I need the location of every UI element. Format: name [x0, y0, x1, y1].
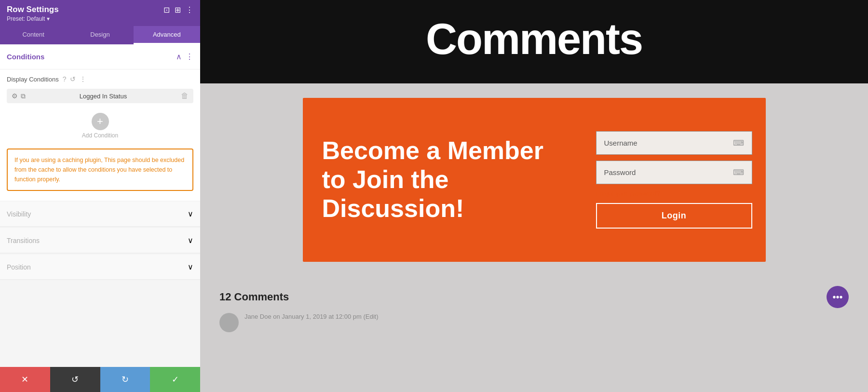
panel-header-icons: ⊡ ⊞ ⋮ [163, 5, 193, 14]
transitions-header[interactable]: Transitions ∨ [0, 228, 200, 253]
condition-settings-icon[interactable]: ⚙ [12, 92, 18, 100]
comments-title: Comments [200, 14, 868, 64]
condition-delete-icon[interactable]: 🗑 [181, 92, 189, 100]
comments-header: Comments [200, 0, 868, 83]
redo-button[interactable]: ↻ [100, 367, 150, 392]
username-field[interactable]: Username ⌨ [596, 131, 752, 155]
comment-edit-link[interactable]: (Edit) [363, 313, 378, 320]
login-button[interactable]: Login [596, 203, 752, 229]
conditions-section-header[interactable]: Conditions ∧ ⋮ [0, 44, 200, 69]
caching-warning-text: If you are using a caching plugin, This … [14, 155, 186, 184]
panel-content: Conditions ∧ ⋮ Display Conditions ? ↺ ⋮ [0, 44, 200, 392]
comment-meta: Jane Doe on January 1, 2019 at 12:00 pm … [244, 313, 379, 320]
save-icon: ✓ [172, 374, 179, 385]
add-condition-button[interactable]: + Add Condition [7, 109, 193, 143]
username-icon: ⌨ [733, 138, 744, 148]
conditions-section: Conditions ∧ ⋮ Display Conditions ? ↺ ⋮ [0, 44, 200, 201]
comment-timestamp: on January 1, 2019 at 12:00 pm [273, 313, 362, 320]
position-chevron-icon[interactable]: ∨ [188, 262, 193, 271]
comment-author: Jane Doe [244, 313, 271, 320]
conditions-header-icons: ∧ ⋮ [176, 52, 193, 61]
left-panel: Row Settings ⊡ ⊞ ⋮ Preset: Default ▾ Con… [0, 0, 200, 392]
visibility-chevron-icon[interactable]: ∨ [188, 209, 193, 218]
conditions-title: Conditions [7, 53, 44, 61]
add-condition-circle-icon: + [92, 113, 109, 130]
panel-header: Row Settings ⊡ ⊞ ⋮ Preset: Default ▾ [0, 0, 200, 26]
tab-design[interactable]: Design [67, 26, 133, 44]
position-header[interactable]: Position ∨ [0, 255, 200, 280]
bottom-bar: ✕ ↺ ↻ ✓ [0, 367, 200, 392]
undo-button[interactable]: ↺ [50, 367, 100, 392]
condition-copy-icon[interactable]: ⧉ [21, 92, 26, 100]
condition-item-icons: ⚙ ⧉ [12, 92, 26, 100]
username-placeholder: Username [604, 139, 637, 147]
undo-icon: ↺ [71, 374, 79, 385]
panel-preset[interactable]: Preset: Default ▾ [7, 15, 193, 22]
condition-label: Logged In Status [29, 93, 177, 100]
member-heading: Become a Member to Join the Discussion! [322, 136, 563, 223]
password-placeholder: Password [604, 168, 636, 176]
reset-icon[interactable]: ↺ [70, 75, 76, 83]
password-icon: ⌨ [733, 168, 744, 177]
avatar [219, 313, 239, 332]
password-field[interactable]: Password ⌨ [596, 161, 752, 184]
visibility-header[interactable]: Visibility ∨ [0, 202, 200, 227]
add-condition-label: Add Condition [82, 132, 118, 139]
visibility-title: Visibility [7, 210, 31, 218]
right-panel: Comments Become a Member to Join the Dis… [200, 0, 868, 392]
expand-icon[interactable]: ⊞ [175, 5, 181, 14]
three-dots-icon: ••• [832, 292, 842, 303]
display-conditions-label: Display Conditions [7, 76, 59, 83]
more-options-icon[interactable]: ⋮ [186, 5, 193, 14]
transitions-section: Transitions ∨ [0, 228, 200, 254]
caching-warning-box: If you are using a caching plugin, This … [7, 149, 193, 191]
tab-content[interactable]: Content [0, 26, 67, 44]
redo-icon: ↻ [122, 374, 129, 385]
comment-row: Jane Doe on January 1, 2019 at 12:00 pm … [219, 313, 849, 332]
forgot-password-link[interactable]: Forgot your password? [596, 190, 752, 197]
comments-count: 12 Comments [219, 291, 289, 303]
transitions-chevron-icon[interactable]: ∨ [188, 236, 193, 245]
cancel-icon: ✕ [21, 374, 28, 385]
comments-section: 12 Comments ••• Jane Doe on January 1, 2… [200, 276, 868, 342]
condition-item: ⚙ ⧉ Logged In Status 🗑 [7, 89, 193, 103]
comments-more-button[interactable]: ••• [827, 286, 849, 308]
conditions-content: Display Conditions ? ↺ ⋮ ⚙ ⧉ Logged In S… [0, 69, 200, 201]
help-icon[interactable]: ? [63, 75, 67, 83]
panel-tabs: Content Design Advanced [0, 26, 200, 44]
member-text-area: Become a Member to Join the Discussion! [303, 98, 583, 262]
tab-advanced[interactable]: Advanced [134, 26, 200, 44]
cancel-button[interactable]: ✕ [0, 367, 50, 392]
save-button[interactable]: ✓ [150, 367, 200, 392]
transitions-title: Transitions [7, 237, 40, 244]
panel-title: Row Settings [7, 5, 59, 14]
display-conditions-more-icon[interactable]: ⋮ [80, 75, 86, 83]
minimize-icon[interactable]: ⊡ [163, 5, 170, 14]
display-conditions-row: Display Conditions ? ↺ ⋮ [7, 75, 193, 83]
member-section: Become a Member to Join the Discussion! … [200, 83, 868, 276]
conditions-more-icon[interactable]: ⋮ [186, 52, 193, 61]
position-section: Position ∨ [0, 255, 200, 280]
member-card: Become a Member to Join the Discussion! … [303, 98, 766, 262]
comments-count-row: 12 Comments ••• [219, 286, 849, 308]
position-title: Position [7, 263, 31, 271]
member-form: Username ⌨ Password ⌨ Forgot your passwo… [583, 98, 766, 262]
conditions-collapse-icon[interactable]: ∧ [176, 52, 182, 61]
visibility-section: Visibility ∨ [0, 202, 200, 227]
